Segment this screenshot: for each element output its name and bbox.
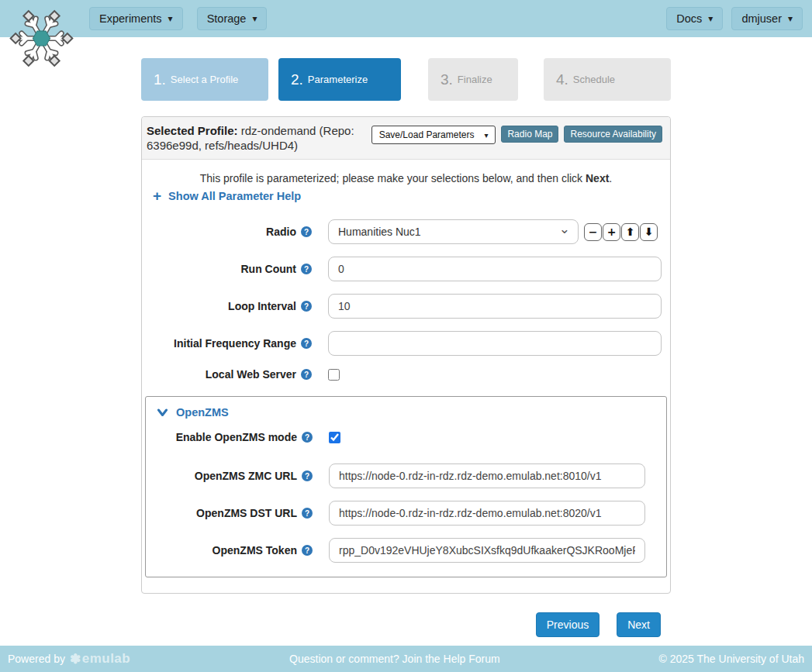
step-label: Finalize (458, 74, 492, 85)
radio-map-button[interactable]: Radio Map (501, 126, 558, 143)
step-label: Select a Profile (171, 74, 238, 85)
menu-user[interactable]: dmjuser ▾ (731, 7, 803, 30)
step-schedule: 4. Schedule (544, 58, 671, 101)
openzms-section-title: OpenZMS (176, 406, 229, 419)
step-finalize: 3. Finalize (428, 58, 518, 101)
snowflake-logo-icon[interactable] (9, 5, 74, 71)
help-icon[interactable]: ? (301, 369, 312, 380)
resource-availability-button[interactable]: Resource Availability (564, 126, 662, 143)
save-load-parameters-label: Save/Load Parameters (379, 129, 475, 140)
previous-button[interactable]: Previous (536, 612, 599, 637)
caret-down-icon: ▾ (252, 13, 257, 24)
selected-profile-text: Selected Profile: rdz-ondemand (Repo: 63… (147, 123, 371, 153)
caret-down-icon: ▾ (788, 13, 793, 24)
openzms-section: OpenZMS Enable OpenZMS mode ? OpenZMS ZM… (145, 396, 667, 577)
openzms-dst-url-label: OpenZMS DST URL (196, 507, 297, 519)
caret-down-icon: ▾ (168, 13, 173, 24)
step-number: 3. (441, 71, 453, 88)
form-row-openzms-dst-url: OpenZMS DST URL ? (146, 501, 666, 526)
openzms-section-toggle[interactable]: OpenZMS (157, 406, 666, 419)
loop-interval-input[interactable] (328, 294, 662, 319)
form-row-loop-interval: Loop Interval ? (142, 294, 670, 319)
enable-openzms-label: Enable OpenZMS mode (176, 431, 297, 443)
step-number: 1. (154, 71, 166, 88)
heading-controls: Save/Load Parameters ▾ Radio Map Resourc… (371, 123, 662, 153)
run-count-label: Run Count (240, 263, 296, 275)
form-row-radio: Radio ? Humanities Nuc1 ⌄ − + ⬆ ⬇ (142, 219, 670, 244)
next-button[interactable]: Next (617, 612, 661, 637)
copyright-text: © 2025 The University of Utah (659, 653, 804, 665)
help-icon[interactable]: ? (302, 545, 313, 556)
help-icon[interactable]: ? (301, 301, 312, 312)
wizard-steps: 1. Select a Profile 2. Parameterize 3. F… (141, 58, 671, 101)
move-radio-down-button[interactable]: ⬇ (640, 223, 658, 241)
openzms-zmc-url-label: OpenZMS ZMC URL (195, 470, 297, 482)
radio-steppers: − + ⬆ ⬇ (584, 223, 658, 241)
run-count-input[interactable] (328, 257, 662, 281)
help-icon[interactable]: ? (302, 470, 313, 481)
local-web-server-label: Local Web Server (206, 368, 296, 381)
menu-storage[interactable]: Storage ▾ (197, 7, 268, 30)
parameterize-panel: Selected Profile: rdz-ondemand (Repo: 63… (141, 116, 671, 594)
menu-docs-label: Docs (676, 12, 702, 25)
caret-down-icon: ▾ (484, 131, 488, 140)
add-radio-button[interactable]: + (603, 223, 620, 241)
step-label: Parameterize (308, 74, 368, 85)
help-icon[interactable]: ? (302, 432, 313, 443)
menu-user-label: dmjuser (741, 12, 782, 25)
openzms-token-label: OpenZMS Token (213, 544, 297, 557)
enable-openzms-checkbox[interactable] (329, 432, 340, 443)
emulab-logo[interactable]: ✽emulab (70, 651, 130, 667)
chevron-down-icon (157, 408, 168, 417)
form-row-openzms-token: OpenZMS Token ? (146, 538, 666, 563)
powered-by-label: Powered by (8, 653, 65, 665)
help-forum-link[interactable]: Join the Help Forum (403, 653, 500, 665)
form-row-enable-openzms: Enable OpenZMS mode ? (146, 431, 666, 443)
remove-radio-button[interactable]: − (584, 223, 602, 241)
form-row-local-web-server: Local Web Server ? (142, 368, 670, 381)
navbar-right: Docs ▾ dmjuser ▾ (658, 7, 803, 30)
openzms-dst-url-input[interactable] (329, 501, 645, 526)
menu-experiments-label: Experiments (99, 12, 162, 25)
footer-question-text: Question or comment? (289, 653, 399, 665)
show-all-parameter-help-label: Show All Parameter Help (168, 190, 301, 202)
selected-profile-label: Selected Profile: (147, 124, 238, 137)
initial-frequency-range-label: Initial Frequency Range (174, 337, 296, 350)
form-row-initial-frequency-range: Initial Frequency Range ? (142, 331, 670, 356)
step-label: Schedule (573, 74, 615, 85)
panel-body: This profile is parameterized; please ma… (142, 160, 670, 593)
move-radio-up-button[interactable]: ⬆ (621, 223, 639, 241)
caret-down-icon: ▾ (708, 13, 713, 24)
openzms-token-input[interactable] (329, 538, 645, 563)
menu-docs[interactable]: Docs ▾ (666, 7, 723, 30)
form-row-run-count: Run Count ? (142, 257, 670, 281)
local-web-server-checkbox[interactable] (328, 369, 340, 381)
instructions-text: This profile is parameterized; please ma… (142, 172, 670, 184)
step-select-profile[interactable]: 1. Select a Profile (141, 58, 268, 101)
initial-frequency-range-input[interactable] (328, 331, 662, 356)
radio-label: Radio (266, 226, 296, 238)
radio-select[interactable]: Humanities Nuc1 (328, 219, 579, 244)
flower-icon: ✽ (70, 651, 81, 667)
menu-experiments[interactable]: Experiments ▾ (89, 7, 183, 30)
page-footer: Powered by ✽emulab Question or comment? … (0, 646, 812, 672)
wizard-actions: Previous Next (141, 612, 671, 637)
panel-heading: Selected Profile: rdz-ondemand (Repo: 63… (142, 117, 670, 160)
menu-storage-label: Storage (207, 12, 247, 25)
plus-icon: + (153, 191, 161, 202)
show-all-parameter-help[interactable]: + Show All Parameter Help (153, 190, 670, 202)
step-number: 4. (556, 71, 568, 88)
help-icon[interactable]: ? (302, 508, 313, 519)
step-number: 2. (291, 71, 303, 88)
top-navbar: Experiments ▾ Storage ▾ Docs ▾ dmjuser ▾ (0, 0, 812, 37)
save-load-parameters-dropdown[interactable]: Save/Load Parameters ▾ (371, 126, 496, 144)
openzms-zmc-url-input[interactable] (329, 464, 645, 488)
help-icon[interactable]: ? (301, 226, 312, 237)
form-row-openzms-zmc-url: OpenZMS ZMC URL ? (146, 464, 666, 488)
loop-interval-label: Loop Interval (228, 300, 296, 312)
step-parameterize[interactable]: 2. Parameterize (278, 58, 401, 101)
help-icon[interactable]: ? (301, 264, 312, 274)
help-icon[interactable]: ? (301, 338, 312, 349)
